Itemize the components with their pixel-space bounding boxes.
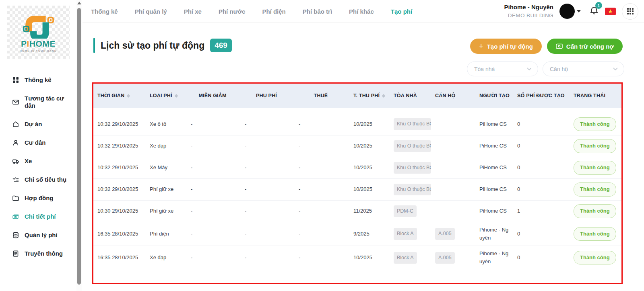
cell-status: Thành công bbox=[570, 135, 621, 156]
cell-fees-created: 0 bbox=[513, 226, 570, 242]
apartment-tag: A.005 bbox=[435, 228, 455, 240]
building-tag: PDM-C bbox=[394, 205, 417, 217]
column-label: NGƯỜI TẠO bbox=[479, 93, 510, 98]
cell-creator: PiHome CS bbox=[475, 138, 513, 154]
column-header-4: THUẾ bbox=[295, 93, 349, 98]
cell-surcharge: - bbox=[241, 117, 295, 132]
record-count-badge: 469 bbox=[210, 39, 232, 52]
tab-5[interactable]: Phí bảo trì bbox=[303, 8, 332, 15]
cell-building: Khu O thuộc BC bbox=[390, 180, 431, 199]
table-body: 10:32 29/10/2025Xe ô tô---10/2025Khu O t… bbox=[93, 113, 621, 270]
sidebar-item-label: Cư dân bbox=[25, 139, 46, 146]
sidebar-item-6[interactable]: Hợp đồng bbox=[0, 189, 76, 207]
grid-icon bbox=[12, 76, 19, 84]
cell-apartment bbox=[431, 121, 475, 128]
table-header: THỜI GIANLOẠI PHÍMIỄN GIẢMPHỤ PHÍTHUẾT. … bbox=[93, 84, 621, 108]
sidebar-item-7[interactable]: Chi tiết phí bbox=[0, 207, 76, 226]
tab-4[interactable]: Phí điện bbox=[262, 8, 285, 15]
sort-icon[interactable] bbox=[175, 94, 178, 98]
building-filter-select[interactable]: Tòa nhà bbox=[467, 61, 538, 76]
sidebar-item-label: Chi tiết phí bbox=[25, 213, 56, 220]
vertical-scrollbar[interactable] bbox=[76, 0, 82, 291]
create-auto-fee-button[interactable]: + Tạo phí tự động bbox=[470, 39, 542, 54]
cell-time: 10:32 29/10/2025 bbox=[93, 160, 146, 175]
account-menu[interactable] bbox=[559, 4, 581, 19]
cell-time: 10:32 29/10/2025 bbox=[93, 182, 146, 197]
cell-building: Block A bbox=[390, 224, 431, 243]
column-label: LOẠI PHÍ bbox=[150, 93, 172, 98]
table-row-3: 10:32 29/10/2025Phí giữ xe---10/2025Khu … bbox=[93, 178, 621, 200]
status-badge: Thành công bbox=[574, 161, 616, 174]
cell-status: Thành công bbox=[570, 157, 621, 178]
sidebar-item-label: Chỉ số tiêu thụ bbox=[25, 176, 66, 183]
cell-surcharge: - bbox=[241, 160, 295, 175]
caret-down-icon bbox=[577, 10, 581, 12]
cell-creator: Pihome - Nguyên bbox=[475, 246, 513, 269]
vietnam-flag-icon[interactable] bbox=[605, 8, 616, 15]
sort-icon[interactable] bbox=[382, 94, 385, 98]
cell-tax: - bbox=[295, 226, 349, 242]
tab-6[interactable]: Phí khác bbox=[349, 8, 374, 15]
sidebar-item-4[interactable]: Xe bbox=[0, 152, 76, 170]
cell-period: 10/2025 bbox=[349, 250, 390, 265]
sidebar-item-1[interactable]: Tương tác cư dân bbox=[0, 89, 76, 115]
table-row-4: 10:30 29/10/2025Phí giữ xe---11/2025PDM-… bbox=[93, 200, 621, 222]
avatar[interactable] bbox=[559, 4, 575, 19]
sort-icon[interactable] bbox=[127, 94, 130, 98]
cell-apartment: A.005 bbox=[431, 248, 475, 267]
scroll-up-arrow-icon[interactable] bbox=[77, 2, 81, 4]
table-row-5: 16:35 28/10/2025Phí điện---9/2025Block A… bbox=[93, 222, 621, 246]
creator-name: PiHome CS bbox=[479, 164, 511, 172]
cell-fee-type: Xe ô tô bbox=[146, 117, 187, 132]
apartment-filter-select[interactable]: Căn hộ bbox=[543, 61, 624, 76]
tab-0[interactable]: Thống kê bbox=[91, 8, 118, 15]
brand-tagline: HOME IN YOUR HAND bbox=[20, 49, 57, 52]
cell-period: 9/2025 bbox=[349, 226, 390, 242]
sidebar-item-2[interactable]: Dự án bbox=[0, 115, 76, 133]
creator-name: Pihome - Nguyên bbox=[479, 250, 511, 266]
chevron-down-icon bbox=[613, 68, 618, 71]
tab-7[interactable]: Tạo phí bbox=[391, 8, 412, 15]
cell-time: 16:35 28/10/2025 bbox=[93, 250, 146, 265]
tab-2[interactable]: Phí xe bbox=[184, 8, 202, 15]
column-header-5[interactable]: T. THU PHÍ bbox=[349, 93, 390, 98]
cell-surcharge: - bbox=[241, 203, 295, 219]
debt-offset-button[interactable]: Cấn trừ công nợ bbox=[547, 39, 623, 54]
tab-1[interactable]: Phí quản lý bbox=[135, 8, 167, 15]
cell-tax: - bbox=[295, 160, 349, 175]
sidebar-item-0[interactable]: Thống kê bbox=[0, 71, 76, 89]
creator-name: PiHome CS bbox=[479, 207, 511, 215]
sidebar-item-5[interactable]: Chỉ số tiêu thụ bbox=[0, 170, 76, 189]
scrollbar-thumb[interactable] bbox=[77, 8, 81, 285]
building-tag: Block A bbox=[394, 252, 417, 264]
sidebar-item-9[interactable]: Truyền thông bbox=[0, 244, 76, 263]
cell-period: 10/2025 bbox=[349, 182, 390, 197]
column-header-2: MIỄN GIẢM bbox=[187, 93, 241, 98]
cell-period: 10/2025 bbox=[349, 160, 390, 175]
column-label: SỐ PHÍ ĐƯỢC TẠO bbox=[517, 93, 565, 98]
apps-launcher-button[interactable] bbox=[622, 3, 638, 20]
cell-time: 10:30 29/10/2025 bbox=[93, 203, 146, 219]
table-row-6: 16:35 28/10/2025Xe đạp---10/2025Block AA… bbox=[93, 246, 621, 269]
page-title-row: Lịch sử tạo phí tự động 469 bbox=[93, 38, 232, 53]
tab-3[interactable]: Phí nước bbox=[219, 8, 246, 15]
notification-count-badge: 1 bbox=[595, 2, 602, 9]
sidebar-item-8[interactable]: Quản lý phí bbox=[0, 226, 76, 244]
sidebar-item-3[interactable]: Cư dân bbox=[0, 133, 76, 152]
cell-fee-type: Xe đạp bbox=[146, 250, 187, 265]
cell-building: Khu O thuộc BC bbox=[390, 137, 431, 156]
cell-surcharge: - bbox=[241, 138, 295, 154]
cell-creator: PiHome CS bbox=[475, 182, 513, 197]
cell-fees-created: 0 bbox=[513, 182, 570, 197]
cell-period: 11/2025 bbox=[349, 203, 390, 219]
checklist-icon bbox=[12, 176, 19, 183]
apartment-tag: A.005 bbox=[435, 252, 455, 264]
notifications-button[interactable]: 1 bbox=[589, 6, 599, 17]
column-header-1[interactable]: LOẠI PHÍ bbox=[146, 93, 187, 98]
cell-status: Thành công bbox=[570, 201, 621, 221]
cell-creator: Pihome - Nguyên bbox=[475, 222, 513, 246]
building-tag: Khu O thuộc BC bbox=[394, 118, 431, 130]
sidebar: PIHOME HOME IN YOUR HAND Thống kêTương t… bbox=[0, 0, 76, 291]
column-header-0[interactable]: THỜI GIAN bbox=[93, 93, 146, 98]
cell-fee-type: Xe Máy bbox=[146, 160, 187, 175]
